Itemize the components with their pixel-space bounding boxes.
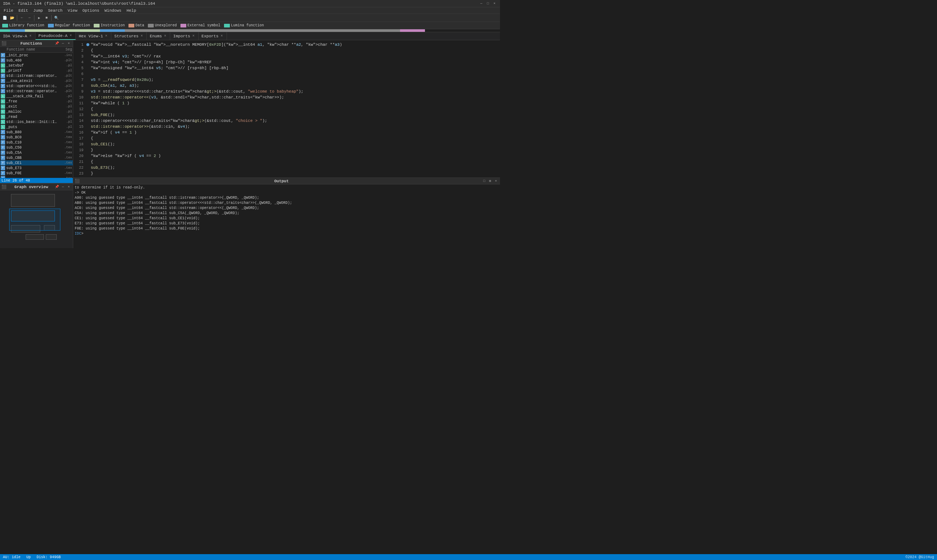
function-item[interactable]: Fstd::istream::operator>>(uint &).plt (0, 73, 73, 78)
legend-data-label: Data (135, 23, 144, 28)
output-content[interactable]: to determine if it is read-only.-> OKA90… (73, 185, 500, 236)
menu-jump[interactable]: Jump (31, 8, 45, 13)
tab-pseudocode-close[interactable]: × (69, 34, 72, 38)
legend-bar: Library function Regular function Instru… (0, 22, 500, 29)
tab-enums-close[interactable]: × (163, 34, 167, 38)
menu-edit[interactable]: Edit (16, 8, 30, 13)
tab-exports[interactable]: Exports × (199, 32, 227, 40)
function-item[interactable]: F__cxa_atexit.plt (0, 78, 73, 83)
graph-node-6 (46, 234, 57, 240)
line-dot-empty (86, 108, 89, 111)
function-item[interactable]: Fsub_CE1.tex (0, 160, 73, 165)
code-text: { (91, 107, 93, 111)
function-item[interactable]: L_exit.pl (0, 104, 73, 109)
code-text: "kw">else "kw">if ( v4 == 2 ) (91, 154, 161, 158)
minimize-button[interactable]: ─ (479, 1, 484, 6)
function-item[interactable]: L_printf.pl (0, 68, 73, 73)
tab-exports-close[interactable]: × (220, 34, 224, 38)
tab-ida-view-close[interactable]: × (29, 34, 32, 38)
menu-options[interactable]: Options (80, 8, 102, 13)
output-expand-button[interactable]: □ (482, 178, 487, 184)
function-name: std::ostream::operator<<<std::ostream & … (6, 89, 57, 93)
function-item[interactable]: L_malloc.pl (0, 109, 73, 114)
tab-structures[interactable]: Structures × (111, 32, 147, 40)
output-close-button[interactable]: × (493, 178, 499, 184)
tab-pseudocode[interactable]: Pseudocode-A × (35, 32, 76, 40)
code-text: "kw">void "kw">__fastcall "kw">__noretur… (91, 43, 342, 47)
functions-pin-button[interactable]: 📌 (55, 41, 60, 46)
functions-minimize-button[interactable]: ─ (60, 41, 66, 46)
menu-file[interactable]: File (2, 8, 15, 13)
function-item[interactable]: Fsub_C10.tex (0, 140, 73, 145)
output-float-button[interactable]: ⊞ (488, 178, 493, 184)
code-line: 21 { (73, 159, 500, 165)
graph-minimize-button[interactable]: ─ (60, 185, 66, 189)
code-text: sub_E73(); (91, 165, 115, 170)
function-item[interactable]: L_puts.pl (0, 125, 73, 129)
tab-structures-close[interactable]: × (140, 34, 143, 38)
output-header: ⬛ Output □ ⊞ × (73, 178, 500, 185)
tb-new[interactable]: 📄 (2, 15, 8, 21)
line-number: 21 (75, 160, 83, 164)
graph-canvas (0, 190, 73, 248)
function-name: sub_C5A (6, 151, 57, 155)
function-item[interactable]: Fsub_F0E.tex (0, 171, 73, 176)
function-item[interactable]: Fsub_C5A.tex (0, 150, 73, 155)
menu-view[interactable]: View (66, 8, 79, 13)
functions-header-buttons: 📌 ─ × (55, 41, 71, 46)
function-item[interactable]: Fsub_BC0.tex (0, 135, 73, 140)
function-icon: F (1, 53, 5, 57)
functions-close-button[interactable]: × (66, 41, 71, 46)
tab-hex-view-close[interactable]: × (104, 34, 108, 38)
function-item[interactable]: Fstd::operator<<<std::char_traits<char>>… (0, 83, 73, 89)
functions-list[interactable]: F_init_proc.iniFsub_460.pltL_setvbuf.plL… (0, 53, 73, 178)
function-item[interactable]: Fsub_C50.tex (0, 145, 73, 150)
tb-fwd[interactable]: → (26, 15, 32, 21)
menu-search[interactable]: Search (46, 8, 65, 13)
line-number: 20 (75, 154, 83, 158)
line-number: 8 (75, 84, 83, 88)
function-icon: F (1, 151, 5, 155)
tb-stop[interactable]: ■ (43, 15, 50, 21)
menu-windows[interactable]: Windows (102, 8, 123, 13)
line-dot-empty (86, 119, 89, 122)
tab-ida-view[interactable]: IDA View-A × (0, 32, 35, 40)
function-item[interactable]: L_setvbuf.pl (0, 63, 73, 68)
tab-imports[interactable]: Imports × (170, 32, 198, 40)
tab-imports-close[interactable]: × (192, 34, 195, 38)
line-number: 18 (75, 142, 83, 146)
code-line: 1"kw">void "kw">__fastcall "kw">__noretu… (73, 42, 500, 48)
code-text: sub_C5A(a1, a2, a3); (91, 83, 139, 88)
tb-search[interactable]: 🔍 (53, 15, 60, 21)
graph-pin-button[interactable]: 📌 (55, 185, 60, 189)
functions-col-seg: Seg (57, 48, 72, 52)
graph-close-button[interactable]: × (66, 185, 71, 189)
tab-imports-label: Imports (173, 34, 190, 38)
tab-enums[interactable]: Enums × (147, 32, 170, 40)
line-dot-empty (86, 84, 89, 87)
legend-lumina-label: Lumina function (231, 23, 264, 28)
code-content[interactable]: 1"kw">void "kw">__fastcall "kw">__noretu… (73, 40, 500, 178)
function-name: _free (6, 100, 57, 103)
function-item[interactable]: Fstd::ostream::operator<<<std::ostream &… (0, 89, 73, 94)
function-item[interactable]: Fsub_B80.tex (0, 129, 73, 135)
function-icon: F (1, 140, 5, 145)
line-dot-empty (86, 72, 89, 75)
menu-help[interactable]: Help (125, 8, 138, 13)
tb-run[interactable]: ▶ (36, 15, 43, 21)
function-item[interactable]: Fsub_460.plt (0, 58, 73, 63)
function-item[interactable]: L_read.pl (0, 114, 73, 119)
function-item[interactable]: F_init_proc.ini (0, 53, 73, 58)
functions-status: Line 26 of 48 (0, 178, 73, 183)
tab-hex-view[interactable]: Hex View-1 × (76, 32, 111, 40)
function-item[interactable]: Fsub_CBB.tex (0, 155, 73, 160)
function-item[interactable]: Fsub_E73.tex (0, 165, 73, 171)
close-button[interactable]: × (492, 1, 497, 6)
output-title: Output (274, 179, 289, 183)
function-item[interactable]: L_free.pl (0, 99, 73, 104)
tb-open[interactable]: 📂 (9, 15, 15, 21)
function-item[interactable]: L___stack_chk_fail.pl (0, 94, 73, 99)
tb-back[interactable]: ← (18, 15, 25, 21)
restore-button[interactable]: □ (485, 1, 491, 6)
function-item[interactable]: Lstd::ios_base::Init::Init(void).pl (0, 119, 73, 125)
